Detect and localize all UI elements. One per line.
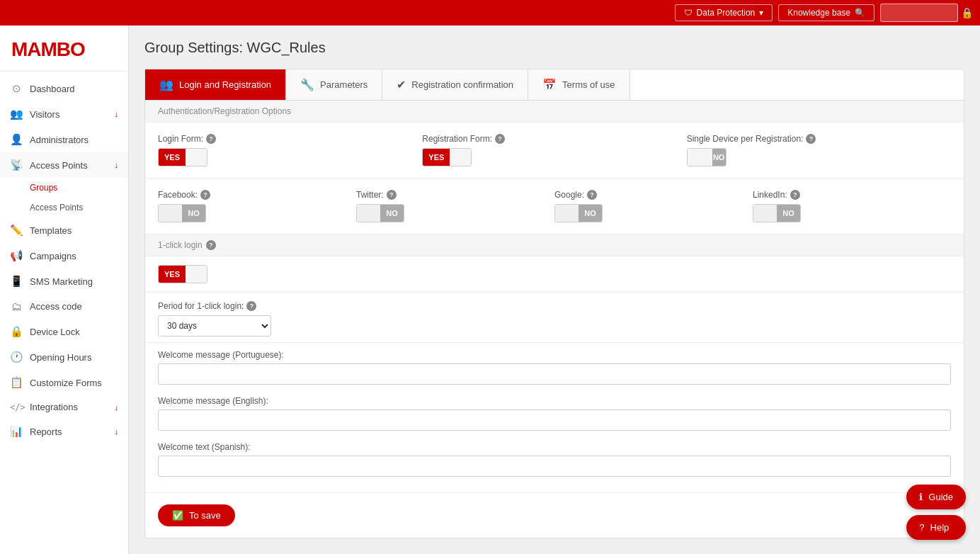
sidebar-item-groups[interactable]: Groups <box>0 178 128 198</box>
sidebar-item-label: Access Points <box>30 203 83 213</box>
visitors-badge: ↓ <box>115 110 119 118</box>
integrations-badge: ↓ <box>115 403 119 412</box>
facebook-toggle[interactable]: NO <box>158 204 356 222</box>
save-label: To save <box>189 510 221 521</box>
toggle-off-part[interactable] <box>450 149 471 166</box>
toggle-yes-part[interactable]: YES <box>159 149 186 166</box>
sidebar-item-label: Access code <box>30 301 118 312</box>
single-device-toggle[interactable]: NO <box>687 148 951 166</box>
sidebar-item-label: Opening Hours <box>30 352 118 363</box>
toggle-no-part[interactable]: NO <box>380 205 404 222</box>
welcome-es-input[interactable] <box>158 456 951 477</box>
content-area: Group Settings: WGC_Rules 👥 Login and Re… <box>129 26 980 554</box>
tab-registration-confirmation[interactable]: ✔ Registration confirmation <box>382 69 528 100</box>
dropdown-arrow-icon: ▾ <box>759 8 763 18</box>
toggle-off-part[interactable] <box>186 149 207 166</box>
sidebar-item-label: Access Points <box>30 160 108 171</box>
toggle-off-part[interactable] <box>186 266 207 283</box>
sidebar-item-label: Groups <box>30 183 57 193</box>
sidebar-item-sms-marketing[interactable]: 📱 SMS Marketing <box>0 268 128 294</box>
toggle-off-part[interactable] <box>555 205 579 222</box>
reg-form-help-icon[interactable]: ? <box>495 134 505 144</box>
google-toggle[interactable]: NO <box>554 204 753 222</box>
help-label: Help <box>930 522 950 533</box>
integrations-icon: </> <box>10 402 23 412</box>
save-button[interactable]: ✅ To save <box>158 504 235 526</box>
registration-form-field: Registration Form: ? YES <box>422 134 686 166</box>
save-section: ✅ To save <box>145 492 964 538</box>
sidebar-item-templates[interactable]: ✏️ Templates <box>0 217 128 243</box>
sidebar-item-reports[interactable]: 📊 Reports ↓ <box>0 419 128 444</box>
sidebar-item-label: Customize Forms <box>30 378 118 388</box>
facebook-help-icon[interactable]: ? <box>200 190 210 200</box>
google-field: Google: ? NO <box>554 190 753 222</box>
guide-label: Guide <box>928 492 953 502</box>
twitter-help-icon[interactable]: ? <box>387 190 397 200</box>
toggle-yes-part[interactable]: YES <box>423 149 450 166</box>
one-click-toggle[interactable]: YES <box>158 265 951 283</box>
sidebar-item-access-code[interactable]: 🗂 Access code <box>0 294 128 319</box>
toggle-off-part[interactable] <box>688 149 712 166</box>
sidebar-item-label: Dashboard <box>30 84 118 94</box>
sidebar-item-dashboard[interactable]: ⊙ Dashboard <box>0 76 128 101</box>
toggle-off-part[interactable] <box>159 205 182 222</box>
toggle-no-part[interactable]: NO <box>182 205 205 222</box>
toggle-yes-part[interactable]: YES <box>159 266 186 283</box>
sidebar-item-campaigns[interactable]: 📢 Campaigns <box>0 243 128 268</box>
toggle-no-part[interactable]: NO <box>712 149 726 166</box>
data-protection-button[interactable]: 🛡 Data Protection ▾ <box>675 4 773 21</box>
sidebar-item-visitors[interactable]: 👥 Visitors ↓ <box>0 101 128 127</box>
save-check-icon: ✅ <box>172 510 183 521</box>
tab-login-registration[interactable]: 👥 Login and Registration <box>145 69 286 100</box>
welcome-pt-input[interactable] <box>158 363 951 385</box>
linkedin-help-icon[interactable]: ? <box>790 190 800 200</box>
google-label: Google: ? <box>554 190 753 200</box>
sidebar: MAMBO ⊙ Dashboard 👥 Visitors ↓ 👤 Adminis… <box>0 26 129 554</box>
login-tab-icon: 👥 <box>159 78 173 91</box>
welcome-en-label: Welcome message (English): <box>158 396 951 406</box>
google-help-icon[interactable]: ? <box>587 190 597 200</box>
twitter-toggle[interactable]: NO <box>356 204 554 222</box>
visitors-icon: 👥 <box>10 108 23 120</box>
tab-terms-of-use[interactable]: 📅 Terms of use <box>528 69 629 100</box>
logo: MAMBO <box>11 38 117 61</box>
period-label: Period for 1-click login: ? <box>158 301 951 311</box>
access-points-badge: ↓ <box>115 161 119 169</box>
toggle-no-part[interactable]: NO <box>777 205 800 222</box>
sidebar-item-administrators[interactable]: 👤 Administrators <box>0 127 128 152</box>
sidebar-logo: MAMBO <box>0 26 128 72</box>
knowledge-base-button[interactable]: Knowledge base 🔍 <box>778 4 874 21</box>
search-icon: 🔍 <box>855 8 865 18</box>
single-device-help-icon[interactable]: ? <box>806 134 816 144</box>
sidebar-item-access-points-sub[interactable]: Access Points <box>0 198 128 217</box>
reg-confirm-tab-icon: ✔ <box>397 78 406 91</box>
toggle-no-part[interactable]: NO <box>579 205 602 222</box>
one-click-toggle-row: YES <box>145 256 964 293</box>
sidebar-item-access-points[interactable]: 📡 Access Points ↓ <box>0 152 128 178</box>
auth-section-title: Authentication/Registration Options <box>158 106 291 116</box>
sidebar-item-label: Reports <box>30 426 108 437</box>
registration-form-toggle[interactable]: YES <box>422 148 686 166</box>
top-bar: 🛡 Data Protection ▾ Knowledge base 🔍 🔒 <box>0 0 980 26</box>
guide-button[interactable]: ℹ Guide <box>906 485 966 509</box>
toggle-off-part[interactable] <box>753 205 777 222</box>
tab-parameters[interactable]: 🔧 Parameters <box>286 69 382 100</box>
period-help-icon[interactable]: ? <box>246 301 256 311</box>
top-search-input[interactable] <box>880 4 958 22</box>
login-form-toggle[interactable]: YES <box>158 148 422 166</box>
login-form-help-icon[interactable]: ? <box>206 134 216 144</box>
sidebar-item-customize-forms[interactable]: 📋 Customize Forms <box>0 370 128 395</box>
sidebar-item-opening-hours[interactable]: 🕐 Opening Hours <box>0 344 128 370</box>
tab-label: Parameters <box>320 79 368 90</box>
one-click-help-icon[interactable]: ? <box>206 240 216 250</box>
period-select[interactable]: 30 days 7 days 14 days 60 days 90 days <box>158 315 271 337</box>
help-button[interactable]: ? Help <box>906 515 966 540</box>
toggle-off-part[interactable] <box>357 205 380 222</box>
sidebar-item-device-lock[interactable]: 🔒 Device Lock <box>0 319 128 344</box>
data-protection-label: Data Protection <box>697 8 756 18</box>
device-lock-icon: 🔒 <box>10 325 23 338</box>
welcome-en-input[interactable] <box>158 409 951 431</box>
linkedin-toggle[interactable]: NO <box>753 204 951 222</box>
sidebar-item-integrations[interactable]: </> Integrations ↓ <box>0 395 128 419</box>
twitter-label: Twitter: ? <box>356 190 554 200</box>
